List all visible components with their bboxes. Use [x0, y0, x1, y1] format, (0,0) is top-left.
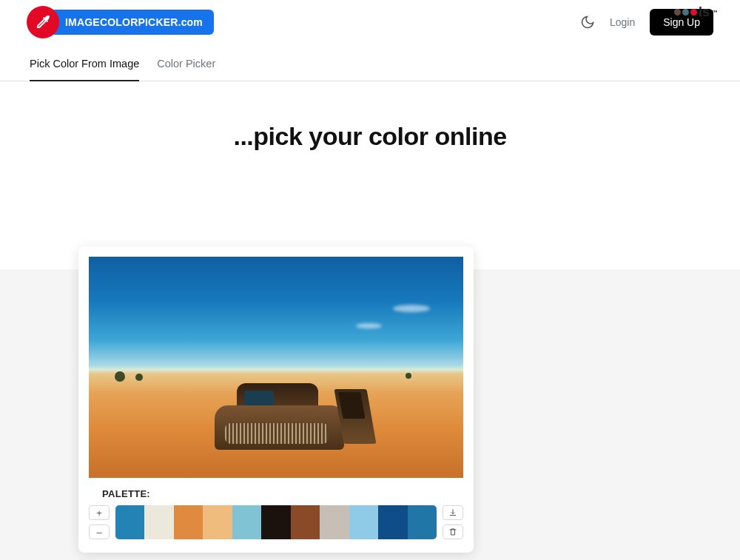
palette-swatch[interactable]	[144, 505, 173, 539]
image-detail	[135, 374, 143, 381]
palette-swatch[interactable]	[349, 505, 378, 539]
watermark-tm: ™	[711, 9, 718, 16]
palette-download-button[interactable]	[443, 505, 463, 520]
image-detail	[356, 323, 382, 328]
palette-size-controls: + –	[89, 505, 110, 539]
login-link[interactable]: Login	[610, 16, 635, 28]
palette-label: PALETTE:	[102, 488, 463, 499]
image-detail	[200, 370, 370, 457]
palette-swatch[interactable]	[408, 505, 437, 539]
tab-color-picker[interactable]: Color Picker	[157, 49, 215, 81]
hero: ...pick your color online	[0, 81, 740, 181]
moon-icon	[580, 15, 595, 30]
palette-swatch[interactable]	[232, 505, 261, 539]
palette-swatch[interactable]	[378, 505, 407, 539]
palette-actions	[443, 505, 463, 539]
palette-swatch[interactable]	[261, 505, 290, 539]
sample-image[interactable]	[89, 257, 463, 478]
image-detail	[406, 373, 411, 379]
image-detail	[393, 305, 430, 312]
theme-toggle-button[interactable]	[580, 15, 595, 30]
palette-delete-button[interactable]	[443, 524, 463, 539]
palette-swatch[interactable]	[291, 505, 320, 539]
download-icon	[448, 508, 457, 517]
palette-swatch[interactable]	[174, 505, 203, 539]
palette-add-button[interactable]: +	[89, 505, 110, 520]
palette-swatch[interactable]	[203, 505, 232, 539]
brand-name: IMAGECOLORPICKER.com	[50, 10, 214, 35]
eyedropper-icon	[34, 13, 52, 31]
watermark-dot	[674, 9, 681, 16]
palette-swatch[interactable]	[115, 505, 144, 539]
logo[interactable]: IMAGECOLORPICKER.com	[27, 6, 214, 38]
logo-icon	[27, 6, 59, 38]
palette-row: + –	[89, 505, 463, 539]
palette-remove-button[interactable]: –	[89, 524, 110, 539]
header: IMAGECOLORPICKER.com Login Sign Up	[0, 0, 740, 44]
image-detail	[115, 371, 125, 382]
watermark-dot	[682, 9, 689, 16]
tabs: Pick Color From Image Color Picker	[0, 49, 740, 81]
palette-swatches	[115, 505, 437, 539]
palette-section: PALETTE: + –	[89, 488, 463, 539]
tab-pick-from-image[interactable]: Pick Color From Image	[30, 49, 139, 81]
hero-title: ...pick your color online	[0, 122, 740, 151]
trash-icon	[448, 527, 457, 536]
watermark-dot	[690, 9, 697, 16]
watermark: ls ™	[674, 4, 718, 20]
watermark-text: ls	[699, 4, 710, 20]
palette-swatch[interactable]	[320, 505, 349, 539]
picker-card: PALETTE: + –	[78, 246, 474, 553]
